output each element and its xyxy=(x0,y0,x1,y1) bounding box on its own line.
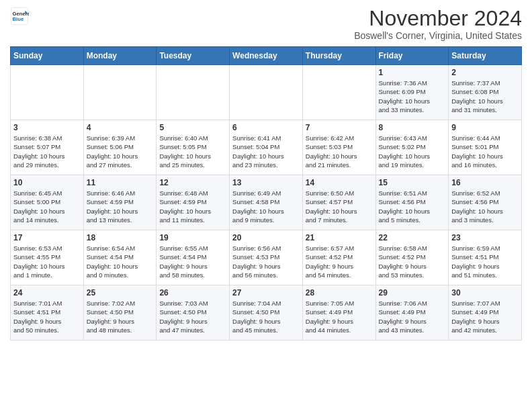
title-block: November 2024 Boswell's Corner, Virginia… xyxy=(354,7,522,41)
day-info: Sunrise: 6:55 AM Sunset: 4:54 PM Dayligh… xyxy=(159,244,226,279)
day-number: 24 xyxy=(13,288,81,298)
day-info: Sunrise: 6:39 AM Sunset: 5:06 PM Dayligh… xyxy=(87,134,154,169)
calendar-cell: 1Sunrise: 7:36 AM Sunset: 6:09 PM Daylig… xyxy=(375,65,449,120)
day-info: Sunrise: 6:42 AM Sunset: 5:03 PM Dayligh… xyxy=(306,134,373,169)
calendar-cell: 25Sunrise: 7:02 AM Sunset: 4:50 PM Dayli… xyxy=(83,285,157,340)
day-number: 29 xyxy=(379,288,446,298)
day-number: 4 xyxy=(87,123,154,132)
col-header-tuesday: Tuesday xyxy=(157,47,230,65)
month-title: November 2024 xyxy=(354,7,522,30)
day-info: Sunrise: 6:44 AM Sunset: 5:01 PM Dayligh… xyxy=(451,134,519,169)
day-number: 6 xyxy=(232,123,300,132)
day-info: Sunrise: 6:54 AM Sunset: 4:54 PM Dayligh… xyxy=(87,244,154,279)
calendar-cell: 6Sunrise: 6:41 AM Sunset: 5:04 PM Daylig… xyxy=(230,120,303,175)
day-info: Sunrise: 6:53 AM Sunset: 4:55 PM Dayligh… xyxy=(13,244,81,279)
calendar-cell xyxy=(83,65,157,120)
calendar-cell: 11Sunrise: 6:46 AM Sunset: 4:59 PM Dayli… xyxy=(83,175,157,230)
week-row-5: 24Sunrise: 7:01 AM Sunset: 4:51 PM Dayli… xyxy=(11,285,522,340)
day-number: 18 xyxy=(87,233,154,242)
day-info: Sunrise: 7:04 AM Sunset: 4:50 PM Dayligh… xyxy=(232,299,300,334)
col-header-monday: Monday xyxy=(83,47,157,65)
calendar-cell: 26Sunrise: 7:03 AM Sunset: 4:50 PM Dayli… xyxy=(157,285,230,340)
day-info: Sunrise: 6:52 AM Sunset: 4:56 PM Dayligh… xyxy=(451,189,519,224)
calendar-cell: 15Sunrise: 6:51 AM Sunset: 4:56 PM Dayli… xyxy=(375,175,449,230)
day-number: 8 xyxy=(379,123,446,132)
calendar-cell xyxy=(11,65,84,120)
day-info: Sunrise: 7:02 AM Sunset: 4:50 PM Dayligh… xyxy=(87,299,154,334)
logo-icon: General Blue xyxy=(10,7,29,26)
day-number: 23 xyxy=(451,233,519,242)
day-number: 14 xyxy=(306,178,373,187)
day-number: 15 xyxy=(379,178,446,187)
day-number: 30 xyxy=(451,288,519,298)
day-number: 28 xyxy=(306,288,373,298)
calendar-cell: 22Sunrise: 6:58 AM Sunset: 4:52 PM Dayli… xyxy=(375,230,449,285)
day-info: Sunrise: 6:46 AM Sunset: 4:59 PM Dayligh… xyxy=(87,189,154,224)
day-info: Sunrise: 6:41 AM Sunset: 5:04 PM Dayligh… xyxy=(232,134,300,169)
day-info: Sunrise: 6:43 AM Sunset: 5:02 PM Dayligh… xyxy=(379,134,446,169)
calendar-cell: 8Sunrise: 6:43 AM Sunset: 5:02 PM Daylig… xyxy=(375,120,449,175)
calendar-cell: 23Sunrise: 6:59 AM Sunset: 4:51 PM Dayli… xyxy=(449,230,522,285)
calendar-cell xyxy=(230,65,303,120)
day-number: 7 xyxy=(306,123,373,132)
calendar-cell: 4Sunrise: 6:39 AM Sunset: 5:06 PM Daylig… xyxy=(83,120,157,175)
day-info: Sunrise: 6:45 AM Sunset: 5:00 PM Dayligh… xyxy=(13,189,81,224)
calendar-cell: 2Sunrise: 7:37 AM Sunset: 6:08 PM Daylig… xyxy=(449,65,522,120)
calendar-cell: 10Sunrise: 6:45 AM Sunset: 5:00 PM Dayli… xyxy=(11,175,84,230)
logo: General Blue xyxy=(10,7,29,26)
day-info: Sunrise: 7:36 AM Sunset: 6:09 PM Dayligh… xyxy=(379,79,446,114)
day-info: Sunrise: 6:48 AM Sunset: 4:59 PM Dayligh… xyxy=(159,189,226,224)
week-row-1: 1Sunrise: 7:36 AM Sunset: 6:09 PM Daylig… xyxy=(11,65,522,120)
day-number: 10 xyxy=(13,178,81,187)
day-number: 11 xyxy=(87,178,154,187)
day-info: Sunrise: 6:51 AM Sunset: 4:56 PM Dayligh… xyxy=(379,189,446,224)
calendar-cell: 19Sunrise: 6:55 AM Sunset: 4:54 PM Dayli… xyxy=(157,230,230,285)
day-number: 17 xyxy=(13,233,81,242)
day-number: 19 xyxy=(159,233,226,242)
calendar-cell: 14Sunrise: 6:50 AM Sunset: 4:57 PM Dayli… xyxy=(302,175,375,230)
calendar-cell: 12Sunrise: 6:48 AM Sunset: 4:59 PM Dayli… xyxy=(157,175,230,230)
day-number: 5 xyxy=(159,123,226,132)
calendar-cell: 20Sunrise: 6:56 AM Sunset: 4:53 PM Dayli… xyxy=(230,230,303,285)
day-info: Sunrise: 7:06 AM Sunset: 4:49 PM Dayligh… xyxy=(379,299,446,334)
calendar-cell xyxy=(157,65,230,120)
day-info: Sunrise: 6:59 AM Sunset: 4:51 PM Dayligh… xyxy=(451,244,519,279)
day-number: 26 xyxy=(159,288,226,298)
col-header-sunday: Sunday xyxy=(11,47,84,65)
calendar-cell: 13Sunrise: 6:49 AM Sunset: 4:58 PM Dayli… xyxy=(230,175,303,230)
week-row-2: 3Sunrise: 6:38 AM Sunset: 5:07 PM Daylig… xyxy=(11,120,522,175)
day-number: 21 xyxy=(306,233,373,242)
day-info: Sunrise: 6:49 AM Sunset: 4:58 PM Dayligh… xyxy=(232,189,300,224)
header-row: SundayMondayTuesdayWednesdayThursdayFrid… xyxy=(11,47,522,65)
day-number: 3 xyxy=(13,123,81,132)
day-number: 13 xyxy=(232,178,300,187)
day-info: Sunrise: 6:56 AM Sunset: 4:53 PM Dayligh… xyxy=(232,244,300,279)
calendar-cell: 18Sunrise: 6:54 AM Sunset: 4:54 PM Dayli… xyxy=(83,230,157,285)
day-number: 20 xyxy=(232,233,300,242)
calendar-cell: 7Sunrise: 6:42 AM Sunset: 5:03 PM Daylig… xyxy=(302,120,375,175)
day-info: Sunrise: 6:57 AM Sunset: 4:52 PM Dayligh… xyxy=(306,244,373,279)
col-header-friday: Friday xyxy=(375,47,449,65)
week-row-4: 17Sunrise: 6:53 AM Sunset: 4:55 PM Dayli… xyxy=(11,230,522,285)
calendar-cell: 21Sunrise: 6:57 AM Sunset: 4:52 PM Dayli… xyxy=(302,230,375,285)
location-subtitle: Boswell's Corner, Virginia, United State… xyxy=(354,30,522,41)
page-header: General Blue November 2024 Boswell's Cor… xyxy=(10,7,522,41)
day-info: Sunrise: 7:03 AM Sunset: 4:50 PM Dayligh… xyxy=(159,299,226,334)
calendar-cell xyxy=(302,65,375,120)
day-info: Sunrise: 7:37 AM Sunset: 6:08 PM Dayligh… xyxy=(451,79,519,114)
day-info: Sunrise: 6:58 AM Sunset: 4:52 PM Dayligh… xyxy=(379,244,446,279)
day-number: 1 xyxy=(379,68,446,77)
svg-text:Blue: Blue xyxy=(13,16,24,22)
day-info: Sunrise: 6:38 AM Sunset: 5:07 PM Dayligh… xyxy=(13,134,81,169)
day-number: 2 xyxy=(451,68,519,77)
col-header-saturday: Saturday xyxy=(449,47,522,65)
calendar-cell: 9Sunrise: 6:44 AM Sunset: 5:01 PM Daylig… xyxy=(449,120,522,175)
day-info: Sunrise: 6:40 AM Sunset: 5:05 PM Dayligh… xyxy=(159,134,226,169)
week-row-3: 10Sunrise: 6:45 AM Sunset: 5:00 PM Dayli… xyxy=(11,175,522,230)
calendar-table: SundayMondayTuesdayWednesdayThursdayFrid… xyxy=(10,46,522,340)
calendar-cell: 5Sunrise: 6:40 AM Sunset: 5:05 PM Daylig… xyxy=(157,120,230,175)
calendar-cell: 27Sunrise: 7:04 AM Sunset: 4:50 PM Dayli… xyxy=(230,285,303,340)
day-info: Sunrise: 6:50 AM Sunset: 4:57 PM Dayligh… xyxy=(306,189,373,224)
day-info: Sunrise: 7:01 AM Sunset: 4:51 PM Dayligh… xyxy=(13,299,81,334)
col-header-wednesday: Wednesday xyxy=(230,47,303,65)
